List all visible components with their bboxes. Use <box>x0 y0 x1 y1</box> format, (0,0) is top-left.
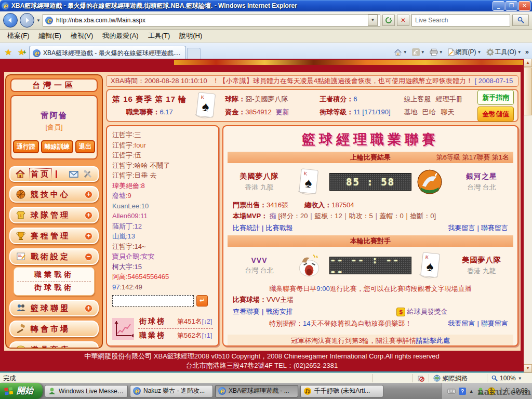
task-nakuz[interactable]: e Nakuz 樂古 - 進階攻... <box>130 385 213 397</box>
minimize-button[interactable]: _ <box>493 1 504 11</box>
view-league-link[interactable]: 查看聯賽 <box>233 308 260 315</box>
menu-edit[interactable]: 編輯(E) <box>35 30 65 42</box>
rss-button[interactable]: ▼ <box>410 48 427 57</box>
collapse-minus-icon[interactable]: − <box>85 253 92 261</box>
offline-training-button[interactable]: 離線訓練 <box>41 140 73 153</box>
new-tab-button[interactable] <box>187 48 201 60</box>
zoom-control[interactable]: 100% ▼ <box>487 374 532 382</box>
url-dropdown-button[interactable]: ▼ <box>368 15 378 26</box>
scroll-down-button[interactable]: ▼ <box>524 364 532 373</box>
funds-value: 3854912 <box>245 108 272 116</box>
back-button[interactable] <box>3 13 18 28</box>
expand-plus-icon[interactable]: + <box>85 191 92 198</box>
status-bar: 完成 網際網路 100% ▼ <box>0 373 532 383</box>
menu-view[interactable]: 檢視(V) <box>66 30 97 42</box>
link-baha[interactable]: 巴哈 <box>422 108 436 116</box>
gold-topup-button[interactable]: 金幣儲值 <box>477 107 514 122</box>
history-dropdown[interactable]: ▼ <box>36 18 41 23</box>
expand-plus-icon[interactable]: + <box>85 211 92 219</box>
menu-file[interactable]: 檔案(F) <box>3 30 34 42</box>
league-message-link[interactable]: 聯賽留言 <box>481 224 508 232</box>
page-menu-button[interactable]: 網頁(P)▼ <box>446 47 483 57</box>
live-broadcast-notice: 職業聯賽每日早9:00進行比賽，您可以在比賽時段觀看文字現場直播 <box>227 284 514 294</box>
page-footer: 中華網龍股份有限公司 XBA籃球經理2008 v0510 Copyright，2… <box>0 351 524 371</box>
newbie-guide-button[interactable]: 新手指南 <box>477 90 514 105</box>
link-manager-manual[interactable]: 經理手冊 <box>436 95 463 103</box>
forward-button[interactable] <box>20 13 34 28</box>
link-base[interactable]: 基地 <box>404 108 417 116</box>
leave-message-link-2[interactable]: 我要留言 <box>448 320 475 327</box>
favorites-center-button[interactable]: ★ <box>2 46 15 58</box>
pro-rank-value: 第562名 <box>177 331 202 339</box>
keyboard-tray-icon[interactable] <box>447 387 456 395</box>
expand-plus-icon[interactable]: + <box>85 304 92 312</box>
chat-send-button[interactable]: ↵ <box>196 295 208 307</box>
sidebar-item-transfer-market[interactable]: 轉會市場 <box>9 321 99 337</box>
home-button[interactable]: ▼ <box>392 48 409 57</box>
forward-arrow-icon <box>23 17 31 24</box>
print-button[interactable]: ▼ <box>428 48 445 57</box>
task-messenger[interactable]: Windows Live Messen... <box>45 385 128 397</box>
url-input[interactable] <box>55 16 366 24</box>
menu-help[interactable]: 說明(H) <box>175 30 206 42</box>
bonus-link[interactable]: 給球員發獎金 <box>407 308 447 315</box>
search-box[interactable] <box>411 14 510 26</box>
command-overflow-chevron[interactable]: » <box>525 48 529 56</box>
task-xba-active[interactable]: e XBA籃球經理遊戲 - ... <box>215 385 298 397</box>
match-report-link[interactable]: 比賽戰報 <box>265 224 292 232</box>
menu-bar: 檔案(F) 編輯(E) 檢視(V) 我的最愛(A) 工具(T) 說明(H) <box>0 30 532 43</box>
house-icon <box>15 169 25 179</box>
menu-tools[interactable]: 工具(T) <box>144 30 175 42</box>
address-field[interactable]: e ▼ <box>43 14 380 26</box>
search-button[interactable] <box>512 15 529 26</box>
smiley-tray-icon[interactable] <box>487 387 496 395</box>
sidebar-item-schedule[interactable]: 賽程管理 + <box>9 228 99 244</box>
match-stats-link[interactable]: 比賽統計 <box>233 224 260 232</box>
page-favicon: e <box>45 17 53 24</box>
sidebar-item-item-shop[interactable]: 道具商店 <box>9 341 99 349</box>
tools-menu-button[interactable]: 工具(O)▼ <box>485 47 523 57</box>
vertical-scrollbar[interactable]: ▲ ▼ <box>524 59 532 373</box>
add-favorite-button[interactable]: ★+ <box>16 46 28 58</box>
tab-title: XBA籃球經理遊戲 - 最火爆的在線籃球經理遊戲.... <box>43 49 180 58</box>
user-role: [會員] <box>12 123 96 132</box>
submenu-pro-tactics[interactable]: 職業戰術 <box>17 269 91 281</box>
cup-details-link[interactable]: 請點擊此處 <box>416 337 450 344</box>
tactics-arrange-link[interactable]: 戰術安排 <box>265 308 292 315</box>
funds-refresh-link[interactable]: 更新 <box>275 108 289 116</box>
stop-button[interactable]: ✕ <box>397 15 409 26</box>
msn-tray-icon[interactable] <box>476 387 485 395</box>
pass-button[interactable]: 通行證 <box>13 140 39 153</box>
submenu-street-tactics[interactable]: 街球戰術 <box>17 281 91 294</box>
sidebar-item-arena[interactable]: 競技中心 + <box>9 186 99 203</box>
tools-icon[interactable] <box>83 169 93 179</box>
sidebar-item-tactics[interactable]: 戰術設定 − <box>9 248 99 265</box>
scroll-up-button[interactable]: ▲ <box>524 59 532 67</box>
close-button[interactable]: ✕ <box>518 1 530 11</box>
help-tray-icon[interactable]: ? <box>458 387 467 395</box>
scroll-thumb[interactable] <box>524 68 532 115</box>
refresh-button[interactable] <box>382 15 395 26</box>
start-button[interactable]: 開始 <box>0 383 43 399</box>
sidebar-item-league[interactable]: 籃球聯盟 + <box>9 300 99 316</box>
chat-message: 江哲宇:目垂 去 <box>112 170 213 181</box>
ranking-box: 街球榜 第451名[↓2] 職業榜 第562名[↑1] <box>112 315 213 342</box>
sidebar-item-team[interactable]: 1 球隊管理 + <box>9 207 99 223</box>
chat-message: 寶貝企鵝:安安 <box>112 251 213 262</box>
mail-icon[interactable] <box>69 169 79 179</box>
logout-button[interactable]: 退出 <box>75 140 95 153</box>
refresh-icon <box>385 17 392 24</box>
league-message-link-2[interactable]: 聯賽留言 <box>481 320 508 327</box>
chat-input[interactable] <box>112 295 194 307</box>
tray-expand-chevron[interactable]: ▲ <box>469 389 474 394</box>
link-online-service[interactable]: 線上客服 <box>404 95 431 103</box>
tab-xba[interactable]: e XBA籃球經理遊戲 - 最火爆的在線籃球經理遊戲.... <box>29 46 186 60</box>
search-input[interactable] <box>414 16 508 24</box>
link-chat[interactable]: 聊天 <box>441 108 454 116</box>
task-ttplayer[interactable]: 千千靜聽 (未知Arti... <box>300 385 383 397</box>
restore-button[interactable]: ❐ <box>506 1 517 11</box>
sidebar-item-home[interactable]: 首页 <box>9 166 99 182</box>
leave-message-link[interactable]: 我要留言 <box>448 224 475 232</box>
expand-plus-icon[interactable]: + <box>85 232 92 240</box>
menu-favorites[interactable]: 我的最愛(A) <box>98 30 142 42</box>
